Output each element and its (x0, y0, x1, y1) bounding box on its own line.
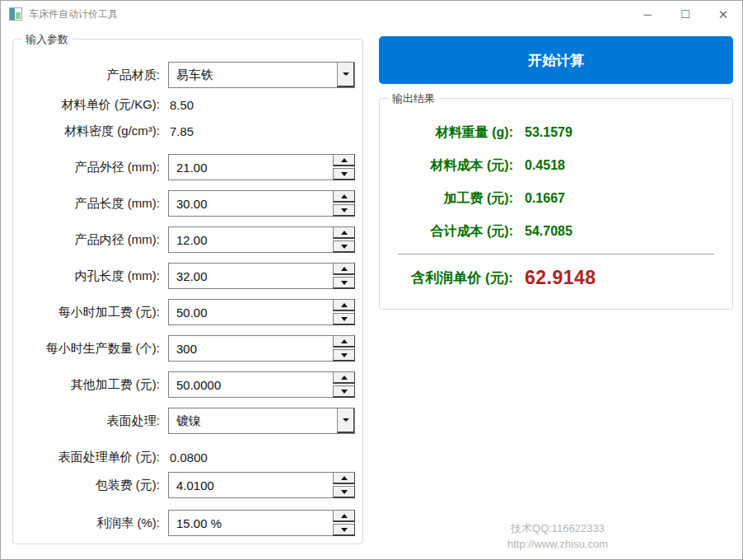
material-density-value: 7.85 (168, 124, 194, 138)
calculate-button[interactable]: 开始计算 (379, 36, 733, 84)
arrow-down-icon (341, 390, 348, 394)
output-group-legend: 输出结果 (388, 91, 439, 106)
spin-buttons (333, 226, 355, 253)
chevron-down-icon (343, 72, 349, 76)
material-combobox[interactable]: 易车铁 (168, 62, 355, 88)
spin-down-button[interactable] (333, 277, 355, 289)
combobox-value: 易车铁 (176, 63, 213, 87)
profit-price-value: 62.9148 (525, 267, 596, 289)
output-results-group: 输出结果 材料重量 (g): 53.1579 材料成本 (元): 0.4518 … (379, 98, 733, 310)
spin-down-button[interactable] (333, 349, 355, 362)
spin-buttons (333, 335, 355, 362)
form-row: 每小时加工费 (元): (21, 299, 362, 325)
outer-diameter-input[interactable] (169, 155, 338, 180)
surface-treatment-combobox[interactable]: 镀镍 (168, 408, 355, 434)
spin-buttons (333, 371, 355, 398)
form-row: 产品材质: 易车铁 (21, 62, 362, 88)
hourly-fee-input[interactable] (169, 300, 338, 324)
field-label: 每小时生产数量 (个): (21, 341, 160, 357)
output-row: 合计成本 (元): 54.7085 (390, 221, 722, 242)
arrow-down-icon (341, 317, 348, 321)
final-price-row: 含利润单价 (元): 62.9148 (390, 264, 722, 291)
surface-unit-price-value: 0.0800 (168, 450, 208, 464)
total-cost-value: 54.7085 (525, 224, 572, 239)
app-icon (9, 7, 22, 21)
output-row: 材料重量 (g): 53.1579 (390, 122, 722, 143)
output-row: 加工费 (元): 0.1667 (390, 188, 722, 209)
hourly-qty-input[interactable] (169, 336, 338, 361)
product-length-input[interactable] (169, 191, 338, 216)
close-button[interactable]: ✕ (704, 1, 742, 27)
spin-buttons (333, 472, 355, 498)
input-group-legend: 输入参数 (21, 32, 72, 47)
form-row: 利润率 (%): (21, 510, 362, 536)
form-row: 表面处理单价 (元): 0.0800 (21, 447, 362, 467)
machining-fee-value: 0.1667 (525, 191, 565, 206)
field-label: 产品长度 (mm): (21, 196, 160, 212)
profit-rate-input[interactable] (169, 511, 338, 535)
spin-up-button[interactable] (333, 371, 355, 384)
spin-up-button[interactable] (333, 299, 355, 311)
arrow-up-icon (341, 158, 348, 162)
spin-down-button[interactable] (333, 385, 355, 398)
spin-up-button[interactable] (333, 190, 355, 203)
spin-up-button[interactable] (333, 472, 355, 484)
field-label: 材料单价 (元/KG): (21, 97, 160, 113)
spin-up-button[interactable] (333, 510, 355, 522)
footer: 技术QQ:116622333 http://www.zhisu.com (467, 520, 648, 552)
spin-buttons (333, 263, 355, 289)
outer-diameter-spinbox (168, 154, 355, 180)
spin-buttons (333, 510, 355, 536)
form-row: 每小时生产数量 (个): (21, 335, 362, 362)
inner-diameter-input[interactable] (169, 227, 338, 252)
hole-length-input[interactable] (169, 264, 338, 288)
other-fee-input[interactable] (169, 372, 338, 397)
input-parameters-group: 输入参数 产品材质: 易车铁 材料单价 (元/KG): 8.50 材料密度 (g… (12, 39, 363, 544)
spin-buttons (333, 190, 355, 217)
form-row: 产品外径 (mm): (21, 154, 362, 180)
spin-down-button[interactable] (333, 313, 355, 325)
combo-dropdown-button[interactable] (337, 408, 354, 433)
spin-up-button[interactable] (333, 263, 355, 275)
spin-up-button[interactable] (333, 226, 355, 239)
spin-down-button[interactable] (333, 524, 355, 536)
field-label: 产品内径 (mm): (21, 232, 160, 248)
app-window: { "window": { "title": "车床件自动计价工具", "con… (0, 0, 743, 560)
chevron-down-icon (343, 418, 349, 422)
arrow-up-icon (341, 514, 348, 518)
hourly-qty-spinbox (168, 335, 355, 362)
field-label: 其他加工费 (元): (21, 377, 160, 393)
spin-down-button[interactable] (333, 204, 355, 217)
spin-down-button[interactable] (333, 240, 355, 253)
spin-down-button[interactable] (333, 486, 355, 498)
field-label: 内孔长度 (mm): (21, 268, 160, 284)
material-cost-label: 材料成本 (元): (390, 157, 513, 175)
close-icon: ✕ (718, 8, 729, 21)
spin-up-button[interactable] (333, 335, 355, 348)
spin-down-button[interactable] (333, 168, 355, 180)
arrow-down-icon (341, 172, 348, 176)
maximize-button[interactable]: ☐ (666, 1, 704, 27)
form-row: 表面处理: 镀镍 (21, 408, 362, 434)
arrow-down-icon (341, 490, 348, 494)
arrow-up-icon (341, 339, 348, 343)
arrow-up-icon (341, 267, 348, 271)
field-label: 包装费 (元): (21, 478, 160, 493)
field-label: 每小时加工费 (元): (21, 305, 160, 320)
minimize-icon: ─ (643, 9, 651, 20)
material-cost-value: 0.4518 (525, 158, 565, 173)
spin-buttons (333, 154, 355, 180)
arrow-up-icon (341, 476, 348, 480)
combo-dropdown-button[interactable] (337, 63, 354, 87)
arrow-down-icon (341, 208, 348, 212)
packing-fee-input[interactable] (169, 473, 338, 497)
maximize-icon: ☐ (680, 9, 690, 20)
spin-buttons (333, 299, 355, 325)
arrow-up-icon (341, 376, 348, 380)
spin-up-button[interactable] (333, 154, 355, 166)
material-unit-price-value: 8.50 (168, 98, 194, 112)
form-row: 其他加工费 (元): (21, 371, 362, 398)
minimize-button[interactable]: ─ (629, 1, 666, 27)
hourly-fee-spinbox (168, 299, 355, 325)
form-row: 材料单价 (元/KG): 8.50 (21, 95, 362, 114)
